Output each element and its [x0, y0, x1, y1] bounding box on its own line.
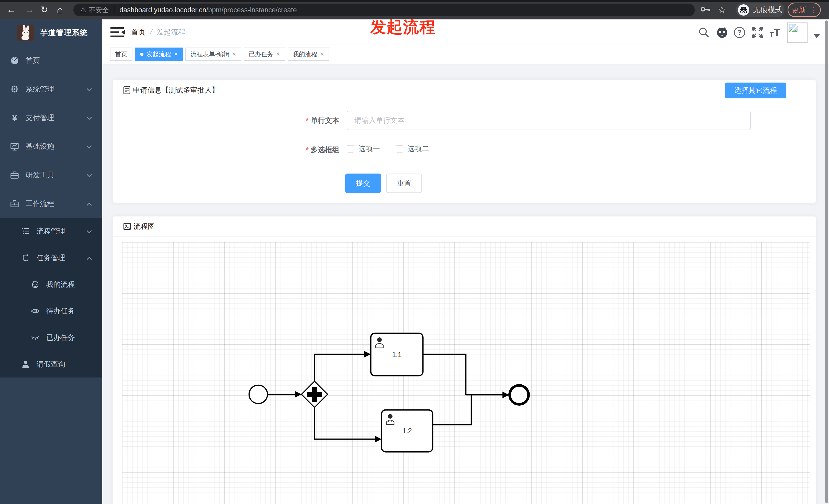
checkbox-option-1[interactable] [347, 145, 354, 153]
sidebar-item-workflow[interactable]: 工作流程 [0, 189, 102, 218]
tab-my-processes[interactable]: 我的流程 × [288, 47, 329, 61]
not-secure-icon: ⚠ [80, 6, 86, 14]
browser-forward-button[interactable]: → [25, 5, 34, 14]
required-asterisk: * [306, 146, 309, 154]
chevron-down-icon [86, 142, 92, 151]
browser-menu-kebab-icon[interactable]: ⋮ [809, 6, 817, 14]
tab-done-tasks[interactable]: 已办任务 × [244, 47, 285, 61]
browser-back-button[interactable]: ← [7, 5, 16, 14]
page-scrollbar[interactable] [825, 21, 828, 503]
font-size-button[interactable]: TT [770, 26, 781, 39]
browser-update-button[interactable]: 更新 ⋮ [788, 3, 821, 17]
bpmn-start-event[interactable] [249, 385, 267, 403]
close-icon[interactable]: × [174, 51, 178, 58]
application-card-header: 申请信息【测试多审批人】 [113, 80, 816, 101]
required-asterisk: * [306, 117, 309, 124]
sidebar-item-todo-tasks[interactable]: 待办任务 [0, 298, 102, 324]
flow-gateway-to-task11 [315, 354, 364, 381]
tags-view-bar: 首页 发起流程 × 流程表单-编辑 × 已办任务 × 我的流程 × [102, 45, 829, 65]
sidebar-item-my-processes[interactable]: 我的流程 [0, 271, 102, 298]
tab-label: 已办任务 [249, 50, 273, 58]
sidebar-item-label: 任务管理 [37, 253, 65, 263]
select-other-process-button[interactable]: 选择其它流程 [725, 83, 786, 99]
sidebar-menu: 首页 ⚙ 系统管理 ¥ 支付管理 基础设施 研发工具 [0, 46, 102, 378]
checkbox-label-2[interactable]: 选项二 [407, 144, 429, 154]
incognito-icon [738, 4, 749, 15]
flow-task11-to-end [423, 354, 466, 395]
breadcrumb: 首页 / 发起流程 [131, 20, 185, 45]
github-link[interactable] [716, 26, 728, 39]
fullscreen-icon [751, 26, 763, 39]
monitor-icon [9, 141, 20, 152]
sidebar-item-label: 我的流程 [46, 280, 75, 289]
fullscreen-button[interactable] [751, 26, 763, 39]
reset-button[interactable]: 重置 [386, 173, 422, 193]
avatar[interactable] [787, 23, 807, 43]
application-info-card: 申请信息【测试多审批人】 选择其它流程 *单行文本 *多选框组 选项一 选项二 … [112, 79, 817, 203]
browser-home-button[interactable]: ⌂ [57, 5, 63, 15]
breadcrumb-separator: / [150, 28, 152, 36]
app-logo-row[interactable]: 芋道管理系统 [0, 24, 102, 41]
chevron-down-icon [86, 171, 92, 179]
breadcrumb-current: 发起流程 [157, 27, 185, 37]
close-icon[interactable]: × [277, 51, 280, 58]
process-diagram-card: 流程图 [112, 216, 817, 504]
sidebar-item-label: 已办任务 [46, 333, 75, 343]
bpmn-end-event[interactable] [510, 385, 529, 404]
incognito-badge: 无痕模式 [736, 3, 785, 17]
sidebar-item-done-tasks[interactable]: 已办任务 [0, 324, 102, 351]
address-bar[interactable]: ⚠ 不安全 dashboard.yudao.iocoder.cn/bpm/pro… [73, 4, 695, 16]
chevron-down-icon [86, 114, 92, 122]
tab-create-process[interactable]: 发起流程 × [135, 47, 183, 61]
breadcrumb-home[interactable]: 首页 [131, 27, 145, 37]
image-icon [123, 223, 131, 230]
sidebar-item-label: 请假查询 [37, 359, 65, 369]
sidebar-collapse-button[interactable] [110, 26, 125, 39]
hamburger-fold-icon [110, 26, 125, 39]
arrowhead [364, 351, 371, 357]
sidebar-item-home[interactable]: 首页 [0, 46, 102, 75]
tab-process-form-edit[interactable]: 流程表单-编辑 × [185, 47, 241, 61]
sidebar-item-task-management[interactable]: 任务管理 [0, 244, 102, 271]
org-tree-icon [21, 253, 31, 263]
bookmark-star-icon[interactable]: ☆ [718, 5, 726, 14]
diagram-card-title: 流程图 [134, 222, 155, 231]
avatar-caret-icon[interactable] [814, 34, 820, 38]
tab-label: 首页 [115, 50, 127, 58]
submit-button[interactable]: 提交 [345, 173, 381, 193]
sidebar-item-process-management[interactable]: 流程管理 [0, 218, 102, 244]
not-secure-label[interactable]: 不安全 [89, 6, 109, 14]
sidebar-item-infrastructure[interactable]: 基础设施 [0, 132, 102, 161]
url-path: /bpm/process-instance/create [206, 6, 297, 14]
single-line-text-input[interactable] [347, 111, 751, 130]
checkbox-label-1[interactable]: 选项一 [359, 144, 380, 154]
checkbox-option-2[interactable] [396, 145, 403, 153]
arrowhead [502, 392, 509, 398]
field-label-checkbox-group: *多选框组 [113, 145, 339, 155]
bpmn-canvas[interactable]: 1.1 1.2 [122, 242, 810, 504]
help-button[interactable]: ? [734, 27, 745, 38]
close-icon[interactable]: × [232, 51, 236, 58]
eye-closed-icon [30, 333, 40, 343]
app-title: 芋道管理系统 [40, 28, 88, 38]
close-icon[interactable]: × [320, 51, 324, 58]
sidebar: 芋道管理系统 首页 ⚙ 系统管理 ¥ 支付管理 基础设施 [0, 20, 102, 504]
browser-reload-button[interactable]: ↻ [40, 5, 48, 14]
sidebar-item-system[interactable]: ⚙ 系统管理 [0, 75, 102, 104]
application-card-title: 申请信息【测试多审批人】 [133, 85, 219, 95]
app-logo [17, 25, 34, 41]
sidebar-item-payment[interactable]: ¥ 支付管理 [0, 104, 102, 132]
tab-label: 我的流程 [293, 50, 317, 58]
password-key-icon[interactable] [700, 4, 711, 15]
page-title-annotation: 发起流程 [370, 16, 436, 38]
app-header: 首页 / 发起流程 ? T [102, 20, 829, 45]
update-label: 更新 [791, 5, 806, 15]
header-search-button[interactable] [698, 27, 710, 38]
sidebar-item-leave-query[interactable]: 请假查询 [0, 351, 102, 378]
tab-home[interactable]: 首页 [110, 47, 133, 61]
eye-open-icon [30, 306, 40, 316]
github-icon [716, 26, 728, 39]
address-bar-divider [114, 6, 114, 13]
sidebar-item-dev-tools[interactable]: 研发工具 [0, 161, 102, 189]
field-label-single-line-text: *单行文本 [113, 116, 339, 125]
